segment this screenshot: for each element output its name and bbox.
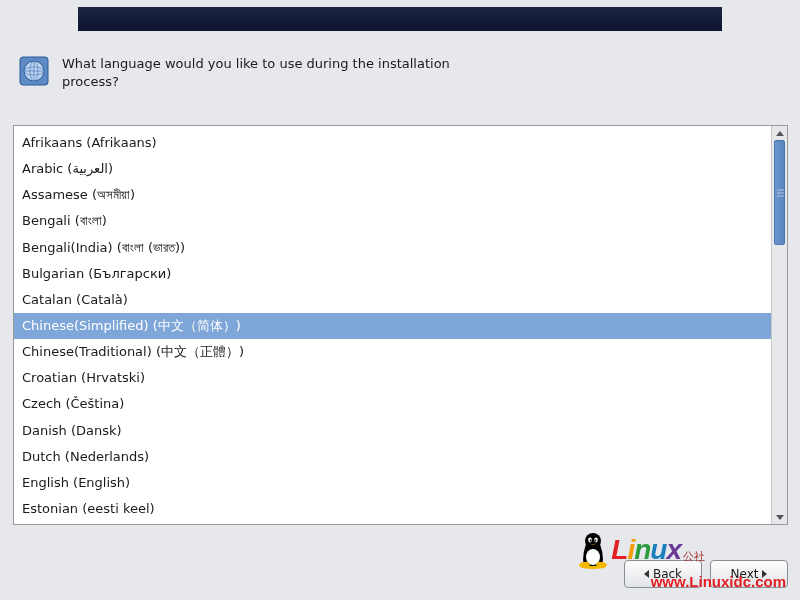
language-item[interactable]: Catalan (Català) bbox=[14, 287, 771, 313]
arrow-left-icon bbox=[644, 570, 649, 578]
scrollbar[interactable] bbox=[771, 126, 787, 524]
language-list[interactable]: Afrikaans (Afrikaans)Arabic (العربية)Ass… bbox=[14, 126, 771, 524]
language-item[interactable]: Finnish (suomi) bbox=[14, 522, 771, 524]
language-item[interactable]: Chinese(Simplified) (中文（简体）) bbox=[14, 313, 771, 339]
next-button[interactable]: Next bbox=[710, 560, 788, 588]
svg-point-9 bbox=[589, 538, 593, 543]
language-item[interactable]: Bengali(India) (বাংলা (ভারত)) bbox=[14, 235, 771, 261]
svg-point-10 bbox=[595, 538, 599, 543]
scroll-down-button[interactable] bbox=[775, 512, 785, 522]
language-item[interactable]: Czech (Čeština) bbox=[14, 391, 771, 417]
back-button[interactable]: Back bbox=[624, 560, 702, 588]
svg-point-12 bbox=[595, 540, 597, 542]
prompt-section: What language would you like to use duri… bbox=[18, 55, 462, 90]
language-item[interactable]: Bulgarian (Български) bbox=[14, 261, 771, 287]
language-list-frame: Afrikaans (Afrikaans)Arabic (العربية)Ass… bbox=[13, 125, 788, 525]
language-item[interactable]: Assamese (অসমীয়া) bbox=[14, 182, 771, 208]
language-item[interactable]: Chinese(Traditional) (中文（正體）) bbox=[14, 339, 771, 365]
arrow-right-icon bbox=[762, 570, 767, 578]
language-item[interactable]: Estonian (eesti keel) bbox=[14, 496, 771, 522]
svg-point-8 bbox=[585, 533, 601, 549]
back-button-label: Back bbox=[653, 567, 682, 581]
language-item[interactable]: Danish (Dansk) bbox=[14, 418, 771, 444]
language-item[interactable]: Croatian (Hrvatski) bbox=[14, 365, 771, 391]
language-item[interactable]: Arabic (العربية) bbox=[14, 156, 771, 182]
svg-point-13 bbox=[580, 561, 591, 569]
svg-point-14 bbox=[596, 561, 607, 569]
svg-point-7 bbox=[586, 549, 600, 565]
language-item[interactable]: Afrikaans (Afrikaans) bbox=[14, 130, 771, 156]
globe-icon bbox=[18, 55, 50, 87]
svg-point-6 bbox=[579, 561, 607, 569]
button-row: Back Next bbox=[624, 560, 788, 588]
tux-icon bbox=[575, 530, 611, 570]
scroll-thumb[interactable] bbox=[774, 140, 785, 245]
svg-point-11 bbox=[590, 540, 592, 542]
language-item[interactable]: Dutch (Nederlands) bbox=[14, 444, 771, 470]
header-banner bbox=[78, 7, 722, 31]
language-item[interactable]: English (English) bbox=[14, 470, 771, 496]
language-item[interactable]: Bengali (বাংলা) bbox=[14, 208, 771, 234]
prompt-text: What language would you like to use duri… bbox=[62, 55, 462, 90]
scroll-up-button[interactable] bbox=[775, 128, 785, 138]
next-button-label: Next bbox=[731, 567, 759, 581]
